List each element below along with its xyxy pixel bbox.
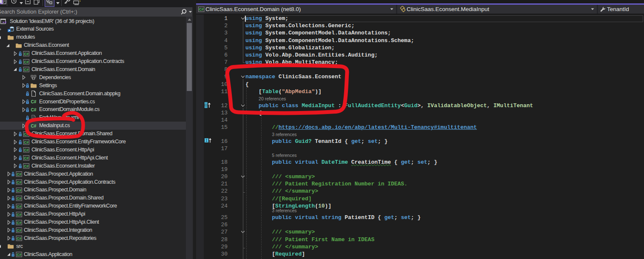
svg-text:C#: C# — [24, 132, 28, 136]
svg-text:C#: C# — [17, 188, 21, 192]
svg-text:C#: C# — [17, 212, 21, 216]
svg-text:C#: C# — [24, 140, 28, 144]
svg-text:C#: C# — [24, 68, 28, 72]
svg-text:C#: C# — [24, 51, 28, 56]
svg-text:C#: C# — [31, 100, 37, 104]
svg-text:C#: C# — [24, 148, 28, 152]
svg-text:C#: C# — [17, 196, 21, 200]
svg-text:C#: C# — [17, 180, 21, 185]
svg-text:C#: C# — [17, 253, 21, 257]
svg-text:C#: C# — [17, 220, 21, 225]
svg-text:C#: C# — [17, 236, 21, 241]
svg-text:C#: C# — [24, 156, 28, 160]
svg-text:C#: C# — [17, 204, 21, 208]
svg-text:C#: C# — [31, 124, 37, 128]
svg-text:C#: C# — [17, 172, 21, 176]
svg-text:C#: C# — [31, 108, 37, 112]
svg-text:C#: C# — [199, 7, 204, 11]
svg-text:C#: C# — [24, 164, 28, 168]
svg-text:C#: C# — [17, 228, 21, 233]
svg-text:C#: C# — [24, 60, 28, 64]
